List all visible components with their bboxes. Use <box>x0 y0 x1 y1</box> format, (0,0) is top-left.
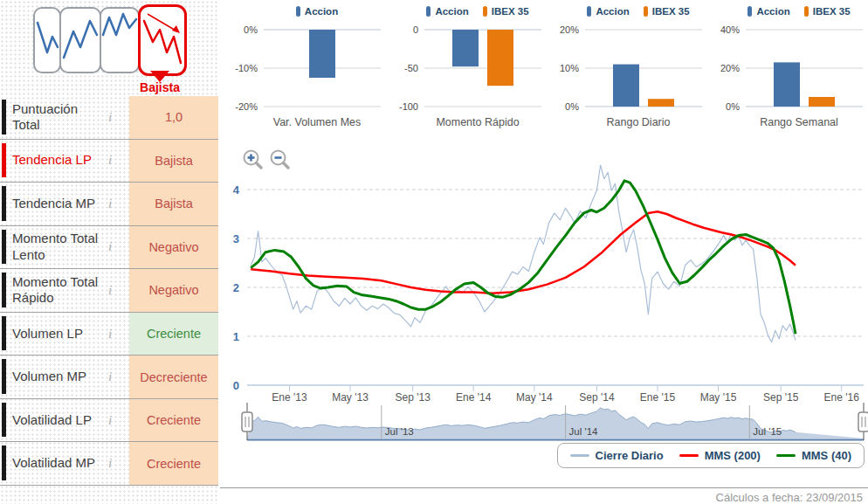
info-icon[interactable]: i <box>98 313 122 356</box>
pattern-thumb-1[interactable] <box>33 7 61 73</box>
info-icon[interactable]: i <box>98 96 122 139</box>
bar-Accion[interactable] <box>309 30 335 78</box>
legend-item[interactable]: MMS (200) <box>679 449 761 462</box>
bar-Accion[interactable] <box>452 30 479 66</box>
bar-Accion[interactable] <box>774 62 800 107</box>
indicator-row: Volumen LPiCreciente <box>0 313 218 356</box>
legend-marker <box>679 454 699 457</box>
navigator-handle[interactable] <box>242 412 252 432</box>
zoom-in-button[interactable] <box>243 149 264 170</box>
price-history-chart: 01234Ene '13May '13Sep '13Ene '14May '14… <box>225 138 868 486</box>
bar-IBEX 35[interactable] <box>809 97 835 107</box>
info-icon[interactable]: i <box>98 269 122 312</box>
charts-panel: Accion 0%-10%-20% Var. Volumen Mes Accio… <box>218 0 868 504</box>
legend-item[interactable]: Accion <box>747 6 789 17</box>
bar-chart-plot: 40%20%0% <box>707 23 868 114</box>
indicator-sidebar: Bajista Puntuación Totali1,0Tendencia LP… <box>0 0 218 504</box>
y-tick-label: -50 <box>404 63 418 73</box>
legend-item[interactable]: Accion <box>587 6 629 17</box>
y-tick-label: 0% <box>726 101 740 112</box>
indicator-label: Volatilidad MP <box>12 442 100 485</box>
row-accent-bar <box>2 316 6 351</box>
indicator-row: Puntuación Totali1,0 <box>0 96 218 140</box>
chart-zoom-controls <box>243 149 291 170</box>
pattern-thumb-3[interactable] <box>100 7 140 73</box>
legend-item[interactable]: IBEX 35 <box>644 6 690 17</box>
chart-title: Momento Rápido <box>386 116 547 128</box>
indicator-value: Negativo <box>129 226 218 269</box>
x-tick-label: Sep '14 <box>579 391 615 404</box>
series-legend: Cierre DiarioMMS (200)MMS (40) <box>557 443 865 468</box>
legend-label: IBEX 35 <box>813 6 851 17</box>
indicator-label: Tendencia MP <box>12 183 100 225</box>
pattern-thumb-4[interactable] <box>138 4 187 76</box>
row-accent-bar <box>2 359 6 394</box>
info-icon[interactable]: i <box>98 356 122 398</box>
indicator-row: Momento Total RápidoiNegativo <box>0 269 218 313</box>
y-tick-label: 20% <box>720 63 740 73</box>
zoom-out-button[interactable] <box>270 149 291 170</box>
chart-title: Rango Diario <box>547 116 707 128</box>
legend-item[interactable]: IBEX 35 <box>483 6 529 17</box>
line-chart-plot[interactable]: 01234Ene '13May '13Sep '13Ene '14May '14… <box>225 138 868 448</box>
y-tick-label: -100 <box>399 101 418 112</box>
series-cierre-diario <box>251 165 796 342</box>
row-accent-bar <box>2 445 6 480</box>
legend-marker <box>747 6 752 17</box>
legend-item[interactable]: Cierre Diario <box>570 449 664 462</box>
mini-chart-var-volumen-mes: Accion 0%-10%-20% Var. Volumen Mes <box>225 0 386 138</box>
legend-label: MMS (40) <box>802 449 851 462</box>
downtrend-sketch-icon <box>35 9 59 72</box>
info-icon[interactable]: i <box>98 399 122 442</box>
mini-chart-momento-rapido: AccionIBEX 35 0-50-100 Momento Rápido <box>386 0 547 138</box>
mini-chart-rango-diario: AccionIBEX 35 20%10%0% Rango Diario <box>547 0 707 138</box>
row-accent-bar <box>2 230 6 265</box>
selected-pattern-label: Bajista <box>131 80 189 94</box>
navigator-handle[interactable] <box>858 412 868 432</box>
y-tick-label: -20% <box>235 101 258 112</box>
pattern-thumb-2[interactable] <box>59 7 101 73</box>
navigator-tick-label: Jul '13 <box>385 426 414 437</box>
chart-title: Rango Semanal <box>707 116 868 128</box>
y-tick-label: 0% <box>244 24 258 35</box>
x-tick-label: Sep '15 <box>763 391 799 404</box>
navigator-tick-label: Jul '15 <box>753 426 782 437</box>
bar-chart-plot: 0-50-100 <box>386 23 547 114</box>
bar-IBEX 35[interactable] <box>648 99 674 107</box>
legend-item[interactable]: Accion <box>296 6 338 17</box>
uptrend-sketch-icon <box>61 9 100 72</box>
indicator-value: 1,0 <box>129 96 218 139</box>
chart-legend: AccionIBEX 35 <box>386 0 547 23</box>
y-tick-label: 0 <box>413 24 418 35</box>
info-icon[interactable]: i <box>98 226 122 269</box>
stock-analysis-dashboard: Bajista Puntuación Totali1,0Tendencia LP… <box>0 0 868 504</box>
chart-title: Var. Volumen Mes <box>225 116 386 128</box>
indicator-value: Bajista <box>129 140 218 183</box>
legend-item[interactable]: MMS (40) <box>776 449 851 462</box>
chart-legend: AccionIBEX 35 <box>547 0 707 23</box>
series-mms-200 <box>251 211 796 293</box>
legend-marker <box>570 454 589 457</box>
trend-pattern-strip: Bajista <box>0 0 218 96</box>
legend-item[interactable]: Accion <box>426 6 468 17</box>
bar-Accion[interactable] <box>613 65 639 107</box>
indicator-row: Volatilidad MPiCreciente <box>0 442 218 486</box>
indicator-row: Momento Total LentoiNegativo <box>0 226 218 270</box>
x-tick-label: Ene '16 <box>824 391 860 404</box>
indicator-label: Volatilidad LP <box>12 399 100 442</box>
legend-item[interactable]: IBEX 35 <box>804 6 851 17</box>
bar-IBEX 35[interactable] <box>487 30 513 86</box>
y-tick-label: 40% <box>720 24 740 35</box>
info-icon[interactable]: i <box>98 442 122 485</box>
info-icon[interactable]: i <box>98 183 122 225</box>
zoom-in-icon <box>243 149 264 170</box>
legend-label: Accion <box>756 6 789 17</box>
x-tick-label: May '13 <box>332 391 369 404</box>
x-tick-label: May '14 <box>516 391 553 404</box>
zoom-out-icon <box>270 149 291 170</box>
row-accent-bar <box>2 273 6 307</box>
indicator-value: Creciente <box>129 399 218 442</box>
info-icon[interactable]: i <box>98 140 122 183</box>
legend-label: Cierre Diario <box>596 449 664 462</box>
row-accent-bar <box>2 186 6 221</box>
